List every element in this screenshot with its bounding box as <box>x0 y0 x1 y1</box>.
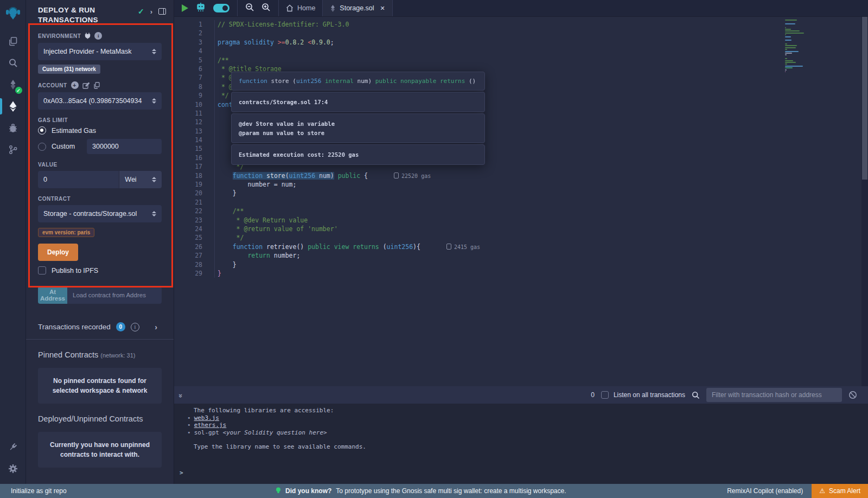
terminal-collapse-icon[interactable]: » <box>177 393 185 396</box>
solidity-file-icon <box>330 5 336 12</box>
code-editor[interactable]: 1234567891011121314151617181920212223242… <box>174 17 868 386</box>
publish-ipfs-checkbox[interactable] <box>38 266 46 274</box>
scam-alert-button[interactable]: ⚠ Scam Alert <box>812 484 868 498</box>
main-area: Home Storage.sol ✕ 123456789101112131415… <box>174 0 868 484</box>
contract-section: CONTRACT Storage - contracts/Storage.sol… <box>38 196 162 304</box>
at-address-input[interactable] <box>67 286 162 304</box>
evm-version-badge: evm version: paris <box>38 228 94 237</box>
gas-limit-label: GAS LIMIT <box>38 117 68 123</box>
environment-info-icon[interactable]: i <box>94 32 102 40</box>
tooltip-gas-cost: Estimated execution cost: 22520 gas <box>231 144 485 165</box>
active-plugin-indicator <box>0 98 2 114</box>
line-numbers: 1234567891011121314151617181920212223242… <box>174 20 214 278</box>
copilot-toggle[interactable] <box>213 4 229 12</box>
account-select[interactable]: 0xA03...85ac4 (0.398673504934 <box>38 92 162 110</box>
terminal-filter-input[interactable] <box>706 388 842 402</box>
at-address-button[interactable]: At Address <box>38 286 67 304</box>
solidity-compiler-icon[interactable]: ✓ <box>0 74 26 95</box>
publish-ipfs-label: Publish to IPFS <box>52 267 98 274</box>
home-icon <box>286 4 293 12</box>
lightbulb-icon <box>276 487 281 495</box>
git-icon[interactable] <box>0 139 26 161</box>
account-section: ACCOUNT + 0xA03...85ac4 (0.398673504934 <box>38 81 162 110</box>
pinned-network-label: (network: 31) <box>100 352 135 359</box>
panel-check-icon: ✓ <box>138 7 144 16</box>
settings-gear-icon[interactable] <box>0 458 26 480</box>
run-script-button[interactable] <box>182 4 188 12</box>
web3js-link[interactable]: web3.js <box>194 414 219 422</box>
compile-success-badge: ✓ <box>15 87 22 94</box>
remix-logo-icon[interactable] <box>0 0 26 26</box>
pinned-contracts-title: Pinned Contracts <box>38 350 98 359</box>
git-init-button[interactable]: Initialize as git repo <box>0 487 67 495</box>
terminal-output[interactable]: The following libraries are accessible: … <box>174 404 868 484</box>
unpinned-contracts-section: Deployed/Unpinned Contracts Currently yo… <box>26 414 174 478</box>
select-caret-icon <box>152 211 156 216</box>
estimated-gas-label: Estimated Gas <box>52 127 96 135</box>
search-icon[interactable] <box>0 52 26 74</box>
clear-console-icon[interactable] <box>848 391 857 399</box>
value-section: VALUE Wei <box>38 162 162 188</box>
zoom-out-icon[interactable] <box>245 3 254 14</box>
custom-gas-input[interactable] <box>92 143 156 150</box>
close-tab-icon[interactable]: ✕ <box>380 5 385 12</box>
tooltip-location: contracts/Storage.sol 17:4 <box>231 92 485 112</box>
zoom-in-icon[interactable] <box>261 3 271 14</box>
select-caret-icon <box>152 98 156 104</box>
contract-label: CONTRACT <box>38 196 71 202</box>
deploy-run-panel: DEPLOY & RUN TRANSACTIONS ✓ › ENVIRONMEN… <box>26 0 174 484</box>
pinned-contracts-section: Pinned Contracts (network: 31) No pinned… <box>26 340 174 414</box>
edit-account-icon[interactable] <box>82 82 90 89</box>
panel-title: DEPLOY & RUN TRANSACTIONS <box>38 5 119 24</box>
transactions-recorded-label: Transactions recorded <box>38 323 111 331</box>
panel-pin-icon[interactable] <box>158 8 166 15</box>
function-hover-tooltip: function store (uint256 internal num) pu… <box>231 72 485 166</box>
ai-copilot-icon[interactable] <box>195 2 206 14</box>
panel-expand-icon[interactable]: › <box>150 8 152 16</box>
activity-bar: ✓ <box>0 0 26 484</box>
deploy-run-icon[interactable] <box>0 95 26 117</box>
transactions-expand-icon[interactable]: › <box>155 323 157 331</box>
contract-select[interactable]: Storage - contracts/Storage.sol <box>38 205 162 222</box>
estimated-gas-radio[interactable] <box>38 126 46 135</box>
copilot-status[interactable]: RemixAI Copilot (enabled) <box>727 487 803 495</box>
terminal-prompt[interactable]: > <box>180 469 183 476</box>
terminal-tx-count: 0 <box>591 391 595 399</box>
terminal-search-icon[interactable] <box>692 391 700 399</box>
custom-gas-radio[interactable] <box>38 143 46 151</box>
did-you-know-tip: Did you know? To prototype using the Gno… <box>276 487 566 495</box>
transactions-recorded-row: Transactions recorded 0 i › <box>26 311 174 339</box>
editor-toolbar: Home Storage.sol ✕ <box>174 0 868 17</box>
deploy-button[interactable]: Deploy <box>38 244 78 261</box>
transactions-info-icon[interactable]: i <box>131 323 139 331</box>
account-label: ACCOUNT <box>38 82 67 88</box>
unpinned-contracts-title: Deployed/Unpinned Contracts <box>38 414 143 423</box>
terminal-library-item: web3.js <box>194 414 868 422</box>
plugin-manager-icon[interactable] <box>0 436 26 458</box>
file-explorer-icon[interactable] <box>0 30 26 52</box>
debugger-icon[interactable] <box>0 117 26 139</box>
environment-section: ENVIRONMENT i Injected Provider - MetaMa… <box>38 32 162 74</box>
value-label: VALUE <box>38 162 58 168</box>
unpinned-empty-message: Currently you have no unpinned contracts… <box>38 432 162 468</box>
value-input[interactable] <box>43 176 113 183</box>
tab-home[interactable]: Home <box>279 0 323 16</box>
editor-scrollbar[interactable] <box>861 17 868 386</box>
plug-icon[interactable] <box>85 33 91 39</box>
add-account-icon[interactable]: + <box>71 81 79 89</box>
tab-storage-sol[interactable]: Storage.sol ✕ <box>323 0 392 16</box>
ethersjs-link[interactable]: ethers.js <box>194 422 227 429</box>
status-bar: Initialize as git repo Did you know? To … <box>0 484 868 498</box>
pinned-empty-message: No pinned contracts found for selected w… <box>38 368 162 404</box>
terminal-intro: The following libraries are accessible: <box>187 407 868 414</box>
environment-select[interactable]: Injected Provider - MetaMask <box>38 43 162 60</box>
scrollbar-thumb[interactable] <box>862 17 867 180</box>
network-badge: Custom (31) network <box>38 65 100 74</box>
terminal-library-item: ethers.js <box>194 422 868 429</box>
environment-label: ENVIRONMENT <box>38 33 81 39</box>
value-unit-select[interactable]: Wei <box>119 171 162 188</box>
select-caret-icon <box>152 177 156 182</box>
listen-all-checkbox[interactable] <box>601 391 609 399</box>
copy-account-icon[interactable] <box>93 82 100 89</box>
minimap[interactable] <box>785 20 828 73</box>
